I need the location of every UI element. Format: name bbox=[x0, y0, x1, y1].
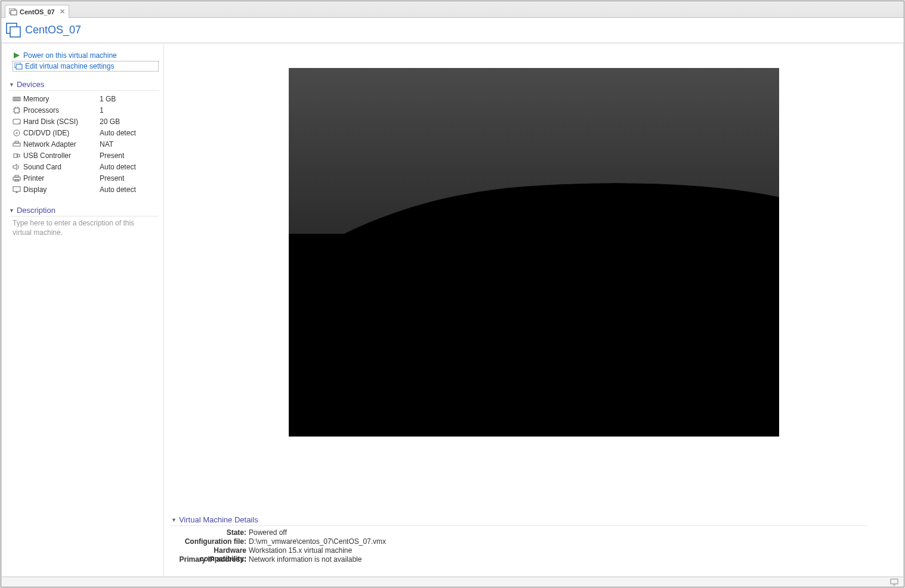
vm-preview-wrap bbox=[164, 68, 903, 437]
svg-rect-1 bbox=[11, 10, 17, 15]
svg-rect-28 bbox=[14, 154, 17, 157]
svg-rect-27 bbox=[15, 141, 18, 143]
sound-icon bbox=[13, 163, 21, 171]
device-value: 20 GB bbox=[100, 117, 159, 126]
display-icon bbox=[13, 186, 21, 193]
disk-icon bbox=[13, 118, 21, 125]
vm-actions: Power on this virtual machine Edit virtu… bbox=[13, 50, 159, 72]
network-icon bbox=[13, 141, 21, 148]
play-icon bbox=[13, 52, 21, 59]
svg-marker-30 bbox=[13, 164, 17, 170]
vm-details: ▼ Virtual Machine Details State: Powered… bbox=[171, 513, 867, 564]
svg-rect-3 bbox=[10, 27, 20, 37]
devices-header[interactable]: ▼ Devices bbox=[9, 80, 159, 91]
detail-label: Primary IP address: bbox=[171, 555, 249, 564]
detail-label: Configuration file: bbox=[171, 537, 249, 546]
device-value: Present bbox=[100, 151, 159, 160]
svg-rect-13 bbox=[14, 108, 19, 113]
svg-rect-37 bbox=[891, 579, 898, 584]
cpu-icon bbox=[13, 107, 21, 114]
detail-value: Workstation 15.x virtual machine bbox=[249, 546, 867, 555]
device-name: Processors bbox=[23, 106, 59, 114]
detail-primary-ip: Primary IP address: Network information … bbox=[171, 555, 867, 564]
close-icon[interactable]: ✕ bbox=[60, 8, 65, 16]
device-processors[interactable]: Processors 1 bbox=[13, 104, 159, 116]
detail-value: Network information is not available bbox=[249, 555, 867, 564]
svg-rect-26 bbox=[13, 143, 20, 146]
status-bar bbox=[2, 577, 903, 586]
device-name: Hard Disk (SCSI) bbox=[23, 117, 78, 126]
device-hard-disk[interactable]: Hard Disk (SCSI) 20 GB bbox=[13, 116, 159, 127]
status-monitor-icon bbox=[890, 578, 898, 586]
device-value: 1 GB bbox=[100, 95, 159, 103]
device-name: CD/DVD (IDE) bbox=[23, 129, 69, 137]
detail-config-file: Configuration file: D:\vm_vmware\centos_… bbox=[171, 537, 867, 546]
settings-icon bbox=[14, 63, 23, 70]
device-value: 1 bbox=[100, 106, 159, 114]
svg-rect-6 bbox=[16, 64, 22, 69]
device-usb[interactable]: USB Controller Present bbox=[13, 150, 159, 161]
power-on-label: Power on this virtual machine bbox=[23, 51, 117, 60]
collapse-icon: ▼ bbox=[9, 208, 14, 213]
device-cddvd[interactable]: CD/DVD (IDE) Auto detect bbox=[13, 127, 159, 138]
collapse-icon: ▼ bbox=[171, 517, 177, 523]
device-name: Network Adapter bbox=[23, 140, 76, 148]
vm-header-icon bbox=[6, 23, 21, 38]
device-value: NAT bbox=[100, 140, 159, 148]
vm-details-header-label: Virtual Machine Details bbox=[179, 515, 258, 524]
edit-settings-button[interactable]: Edit virtual machine settings bbox=[13, 61, 159, 72]
svg-point-24 bbox=[14, 130, 20, 136]
svg-rect-34 bbox=[13, 187, 20, 191]
tab-title: CentOS_07 bbox=[20, 8, 55, 16]
vm-details-header[interactable]: ▼ Virtual Machine Details bbox=[171, 515, 867, 526]
svg-marker-4 bbox=[14, 52, 20, 58]
devices-table: Memory 1 GB Processors 1 Hard Disk (SCSI… bbox=[13, 93, 159, 195]
devices-header-label: Devices bbox=[17, 80, 44, 89]
device-name: Display bbox=[23, 185, 47, 194]
collapse-icon: ▼ bbox=[9, 82, 14, 88]
vm-icon bbox=[9, 8, 17, 16]
printer-icon bbox=[13, 175, 21, 182]
tab-strip: CentOS_07 ✕ bbox=[1, 1, 904, 18]
content-area: ▼ Virtual Machine Details State: Powered… bbox=[164, 44, 903, 576]
main-area: Power on this virtual machine Edit virtu… bbox=[2, 44, 903, 576]
edit-settings-label: Edit virtual machine settings bbox=[25, 62, 114, 70]
svg-rect-32 bbox=[15, 175, 18, 177]
description-header-label: Description bbox=[17, 206, 55, 215]
cd-icon bbox=[13, 129, 21, 137]
detail-hw-compat: Hardware compatibility: Workstation 15.x… bbox=[171, 546, 867, 555]
vm-title: CentOS_07 bbox=[25, 24, 81, 36]
device-name: Printer bbox=[23, 174, 44, 182]
detail-state: State: Powered off bbox=[171, 528, 867, 537]
device-name: USB Controller bbox=[23, 151, 71, 160]
description-header[interactable]: ▼ Description bbox=[9, 206, 159, 216]
vm-screen-preview[interactable] bbox=[289, 68, 779, 437]
usb-icon bbox=[13, 152, 21, 159]
device-value: Auto detect bbox=[100, 185, 159, 194]
device-memory[interactable]: Memory 1 GB bbox=[13, 93, 159, 104]
description-field[interactable]: Type here to enter a description of this… bbox=[13, 219, 155, 237]
detail-label: Hardware compatibility: bbox=[171, 546, 249, 555]
memory-icon bbox=[13, 95, 21, 103]
svg-rect-22 bbox=[13, 119, 20, 124]
sidebar: Power on this virtual machine Edit virtu… bbox=[2, 44, 164, 576]
device-value: Auto detect bbox=[100, 163, 159, 171]
device-printer[interactable]: Printer Present bbox=[13, 172, 159, 184]
tab-vm[interactable]: CentOS_07 ✕ bbox=[5, 5, 69, 18]
detail-value: D:\vm_vmware\centos_07\CentOS_07.vmx bbox=[249, 537, 867, 546]
power-on-button[interactable]: Power on this virtual machine bbox=[13, 50, 159, 61]
device-display[interactable]: Display Auto detect bbox=[13, 184, 159, 195]
svg-rect-29 bbox=[17, 154, 20, 157]
svg-point-23 bbox=[18, 122, 20, 123]
device-network[interactable]: Network Adapter NAT bbox=[13, 138, 159, 150]
app-window: CentOS_07 ✕ CentOS_07 Power on this virt… bbox=[1, 1, 904, 587]
device-name: Sound Card bbox=[23, 163, 61, 171]
vm-header: CentOS_07 bbox=[1, 18, 904, 43]
device-sound[interactable]: Sound Card Auto detect bbox=[13, 161, 159, 172]
svg-point-25 bbox=[16, 132, 17, 134]
device-value: Auto detect bbox=[100, 129, 159, 137]
detail-label: State: bbox=[171, 528, 249, 537]
device-name: Memory bbox=[23, 95, 49, 103]
device-value: Present bbox=[100, 174, 159, 182]
detail-value: Powered off bbox=[249, 528, 867, 537]
